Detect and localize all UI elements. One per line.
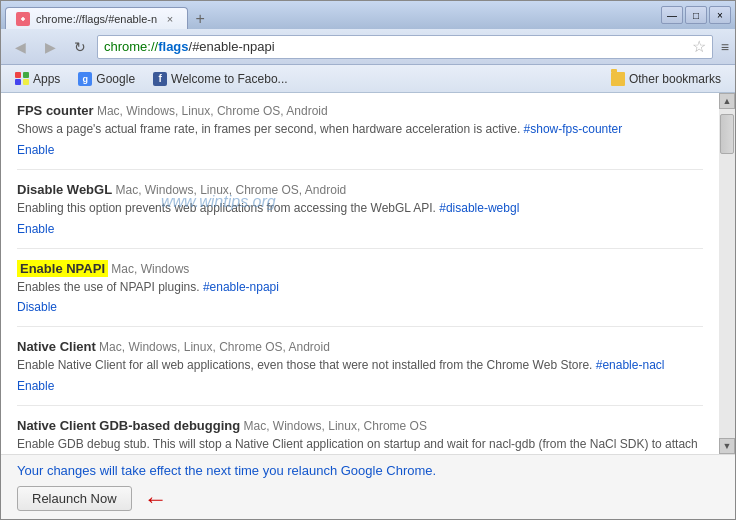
forward-button[interactable]: ▶ [37,35,63,59]
menu-button[interactable]: ≡ [721,39,729,55]
flag-action-link[interactable]: Disable [17,300,57,314]
active-tab[interactable]: chrome://flags/#enable-n × [5,7,188,29]
flag-name: Native Client GDB-based debugging [17,418,240,433]
bookmark-other[interactable]: Other bookmarks [603,70,729,88]
flag-action-link[interactable]: Enable [17,379,54,393]
content-wrapper: www.wintips.org FPS counter Mac, Windows… [1,93,735,454]
message-before: Your changes will take effect [17,463,185,478]
bookmark-google[interactable]: g Google [70,70,143,88]
bookmark-star-button[interactable]: ☆ [692,37,706,56]
flag-name: Enable NPAPI [17,260,108,277]
address-bar[interactable]: chrome://flags/#enable-npapi ☆ [97,35,713,59]
flag-item: Enable NPAPI Mac, WindowsEnables the use… [17,261,703,328]
tab-title: chrome://flags/#enable-n [36,13,157,25]
flag-name: FPS counter [17,103,94,118]
tab-area: chrome://flags/#enable-n × + [5,1,661,29]
flag-action: Disable [17,299,703,314]
refresh-button[interactable]: ↻ [67,35,93,59]
new-tab-button[interactable]: + [190,9,210,29]
google-icon: g [78,72,92,86]
flag-platforms: Mac, Windows [108,262,189,276]
other-bookmarks-label: Other bookmarks [629,72,721,86]
facebook-icon: f [153,72,167,86]
bookmark-facebook[interactable]: f Welcome to Facebo... [145,70,296,88]
flag-action-link[interactable]: Enable [17,222,54,236]
flag-name: Native Client [17,339,96,354]
flag-action: Enable [17,378,703,393]
relaunch-now-button[interactable]: Relaunch Now [17,486,132,511]
relaunch-area: Relaunch Now ← [17,486,719,511]
flag-action-link[interactable]: Enable [17,143,54,157]
bookmarks-bar: Apps g Google f Welcome to Facebo... Oth… [1,65,735,93]
flag-platforms: Mac, Windows, Linux, Chrome OS, Android [96,340,330,354]
facebook-label: Welcome to Facebo... [171,72,288,86]
flag-platforms: Mac, Windows, Linux, Chrome OS, Android [112,183,346,197]
scroll-track [719,109,735,438]
flag-desc: Enable Native Client for all web applica… [17,357,703,374]
flag-link[interactable]: #enable-nacl [596,358,665,372]
flag-action: Enable [17,221,703,236]
back-button[interactable]: ◀ [7,35,33,59]
google-label: Google [96,72,135,86]
relaunch-message: Your changes will take effect the next t… [17,463,719,478]
close-button[interactable]: × [709,6,731,24]
bottom-bar: Your changes will take effect the next t… [1,454,735,519]
folder-icon [611,72,625,86]
flag-link[interactable]: #enable-npapi [203,280,279,294]
flag-platforms: Mac, Windows, Linux, Chrome OS, Android [94,104,328,118]
flag-platforms: Mac, Windows, Linux, Chrome OS [240,419,427,433]
flag-name: Disable WebGL [17,182,112,197]
scroll-up-button[interactable]: ▲ [719,93,735,109]
page-content[interactable]: www.wintips.org FPS counter Mac, Windows… [1,93,719,454]
address-path: /#enable-npapi [189,39,275,54]
flag-desc: Shows a page's actual frame rate, in fra… [17,121,703,138]
message-highlight: the next time you relaunch Google Chrome… [185,463,436,478]
flag-desc: Enables the use of NPAPI plugins. #enabl… [17,279,703,296]
minimize-button[interactable]: — [661,6,683,24]
flag-desc: Enabling this option prevents web applic… [17,200,703,217]
scroll-thumb[interactable] [720,114,734,154]
red-arrow-icon: ← [144,487,168,511]
tab-favicon [16,12,30,26]
scrollbar[interactable]: ▲ ▼ [719,93,735,454]
maximize-button[interactable]: □ [685,6,707,24]
navbar: ◀ ▶ ↻ chrome://flags/#enable-npapi ☆ ≡ [1,29,735,65]
address-flags: flags [158,39,188,54]
bookmark-apps[interactable]: Apps [7,70,68,88]
flag-item: FPS counter Mac, Windows, Linux, Chrome … [17,103,703,170]
titlebar: chrome://flags/#enable-n × + — □ × [1,1,735,29]
address-scheme: chrome:// [104,39,158,54]
apps-icon [15,72,29,86]
flag-action: Enable [17,142,703,157]
apps-label: Apps [33,72,60,86]
flag-item: Native Client GDB-based debugging Mac, W… [17,418,703,454]
flag-item: Disable WebGL Mac, Windows, Linux, Chrom… [17,182,703,249]
flag-link[interactable]: #show-fps-counter [524,122,623,136]
scroll-down-button[interactable]: ▼ [719,438,735,454]
tab-close-button[interactable]: × [163,12,177,26]
flag-item: Native Client Mac, Windows, Linux, Chrom… [17,339,703,406]
window-controls: — □ × [661,6,731,24]
flags-list: FPS counter Mac, Windows, Linux, Chrome … [17,103,703,454]
flag-link[interactable]: #disable-webgl [439,201,519,215]
browser-window: chrome://flags/#enable-n × + — □ × ◀ ▶ ↻… [0,0,736,520]
flag-desc: Enable GDB debug stub. This will stop a … [17,436,703,454]
